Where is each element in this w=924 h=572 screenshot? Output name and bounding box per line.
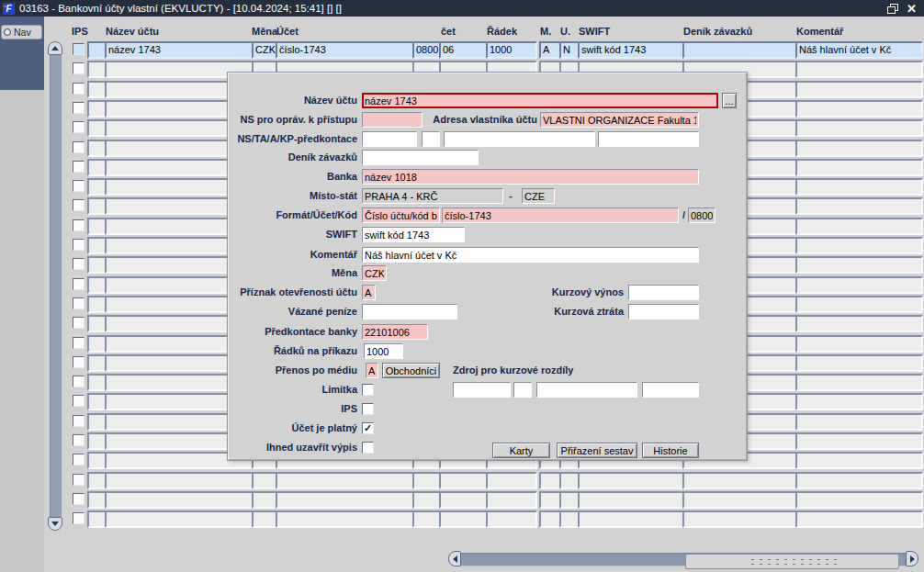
restore-button[interactable] [887,4,897,13]
kod-input[interactable] [688,207,716,223]
row-ips-checkbox[interactable] [73,199,85,211]
cell-komentar[interactable] [795,510,923,528]
horizontal-scroll-thumb[interactable] [685,554,899,569]
ucet-input[interactable] [442,207,679,223]
row-ips-checkbox[interactable] [73,474,85,486]
denik-zavazku-input[interactable] [362,150,479,165]
row-ips-checkbox[interactable] [73,512,85,524]
cell-komentar[interactable] [795,296,923,313]
cell-komentar[interactable] [795,218,923,235]
cell-komentar[interactable] [795,276,923,294]
cell-ucet[interactable] [276,510,419,528]
cell-swift[interactable] [578,472,686,489]
cell-cet[interactable]: 06 [439,41,490,59]
predkontace-input-1[interactable] [362,131,417,147]
table-row[interactable]: název 1743CZKčíslo-17430800061000ANswift… [0,41,924,59]
row-ips-checkbox[interactable] [73,121,85,133]
stat-input[interactable] [522,188,555,204]
nazev-uctu-input[interactable] [362,93,718,108]
cell-nazev[interactable] [105,510,257,528]
ips-checkbox[interactable] [362,403,374,415]
cell-komentar[interactable] [795,315,923,332]
row-ips-checkbox[interactable] [73,356,85,368]
zdroj-input-3[interactable] [536,382,637,398]
row-ips-checkbox[interactable] [73,239,85,251]
cell-komentar[interactable] [795,178,923,196]
row-ips-checkbox[interactable] [73,493,85,505]
cell-cet[interactable] [439,510,490,528]
row-ips-checkbox[interactable] [73,161,85,173]
cell-komentar[interactable] [795,491,923,509]
close-button[interactable]: ✕ [907,3,917,15]
ihned-uzavrit-checkbox[interactable] [362,442,374,454]
misto-input[interactable] [362,188,503,204]
row-ips-checkbox[interactable] [73,317,85,329]
cell-denik[interactable] [682,41,799,59]
cell-ucet[interactable] [276,491,419,509]
kurzova-ztrata-input[interactable] [628,304,699,320]
cell-komentar[interactable] [795,159,923,176]
row-ips-checkbox[interactable] [73,278,85,290]
limitka-checkbox[interactable] [362,384,374,396]
cell-ucet[interactable] [276,472,419,489]
row-ips-checkbox[interactable] [73,219,85,231]
cell-komentar[interactable] [795,61,923,78]
cell-nazev[interactable] [105,491,257,509]
row-ips-checkbox[interactable] [73,62,85,74]
cell-komentar[interactable] [795,197,923,215]
cell-komentar[interactable] [795,335,923,353]
row-ips-checkbox[interactable] [73,454,85,465]
kurzovy-vynos-input[interactable] [628,285,699,300]
row-ips-checkbox[interactable] [73,395,85,407]
zdroj-input-4[interactable] [642,382,699,398]
cell-radek[interactable] [486,510,537,528]
historie-button[interactable]: Historie [642,443,699,458]
prirazeni-sestav-button[interactable]: Přiřazení sestav [557,443,637,458]
cell-komentar[interactable] [795,472,923,489]
cell-komentar[interactable] [795,432,923,450]
cell-komentar[interactable] [795,374,923,391]
adresa-vlastnika-input[interactable] [540,112,699,128]
cell-radek[interactable]: 1000 [486,41,537,59]
cell-komentar[interactable] [795,237,923,254]
table-row[interactable] [0,472,924,489]
cell-komentar[interactable] [795,119,923,137]
cell-komentar[interactable] [795,393,923,410]
prenos-po-mediu-input[interactable] [366,363,378,378]
cell-komentar[interactable] [795,354,923,372]
cell-komentar[interactable] [795,413,923,431]
table-row[interactable] [0,491,924,509]
predkontace-banky-input[interactable] [362,324,428,340]
table-row[interactable] [0,510,924,528]
predkontace-input-3[interactable] [444,131,595,147]
zdroj-input-1[interactable] [453,382,511,398]
vazane-penize-input[interactable] [362,304,457,320]
cell-cet[interactable] [439,491,490,509]
row-ips-checkbox[interactable] [73,337,85,349]
predkontace-input-4[interactable] [598,131,699,147]
row-ips-checkbox[interactable] [73,83,85,95]
cell-denik[interactable] [682,510,799,528]
cell-ucet[interactable]: číslo-1743 [276,41,419,59]
ucet-je-platny-checkbox[interactable]: ✓ [362,422,374,434]
obchodnici-button[interactable]: Obchodníci [382,363,440,378]
swift-input[interactable] [362,227,465,242]
zdroj-input-2[interactable] [513,382,532,398]
format-input[interactable] [362,207,440,223]
row-ips-checkbox[interactable] [73,102,85,114]
row-ips-checkbox[interactable] [73,141,85,153]
cell-komentar[interactable] [795,140,923,157]
cell-cet[interactable] [439,472,490,489]
priznak-input[interactable] [362,285,376,300]
horizontal-scroll-track[interactable] [461,553,906,566]
scroll-left-button[interactable] [448,551,461,566]
cell-swift[interactable] [578,491,686,509]
cell-swift[interactable] [578,510,686,528]
mena-input[interactable] [362,265,387,281]
row-ips-checkbox[interactable] [73,434,85,446]
banka-input[interactable] [362,169,699,185]
cell-nazev[interactable] [105,472,257,489]
row-ips-checkbox[interactable] [73,43,85,55]
komentar-input[interactable] [362,247,699,263]
cell-komentar[interactable] [795,100,923,118]
